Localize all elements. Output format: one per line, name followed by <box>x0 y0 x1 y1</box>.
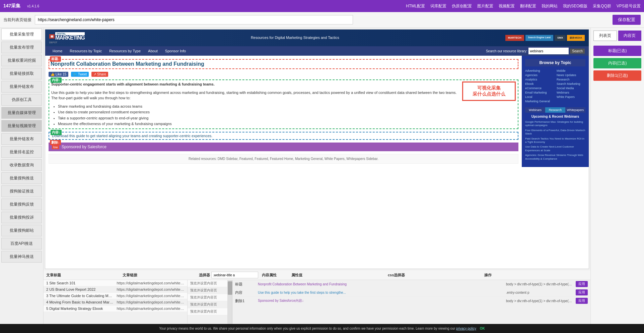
sidebar-item-sogou-mail[interactable]: 批量搜狗邮站 <box>1 225 42 236</box>
url-bar-container: 当前列表页链接 保存配置 <box>0 12 644 28</box>
save-config-button[interactable]: 保存配置 <box>613 15 641 25</box>
row-link-1: https://digitalmarketingdepot.com/whitep… <box>117 281 185 285</box>
site-nav-sponsor[interactable]: Sponsor Info <box>162 48 189 54</box>
apply-btn-0[interactable]: 应用 <box>576 281 588 287</box>
privacy-text: Your privacy means the world to us. We s… <box>159 327 455 330</box>
apply-btn-1[interactable]: 应用 <box>576 289 588 295</box>
topic-advertising[interactable]: Advertising <box>525 69 554 72</box>
preview-link-3[interactable]: 预览并设置内容页 <box>190 295 217 300</box>
nav-my-site[interactable]: 我的网站 <box>542 3 558 9</box>
sidebar-item-weight-mine[interactable]: 批量权重词挖掘 <box>1 55 42 66</box>
content-selected-button[interactable]: 内容(已选) <box>593 58 641 68</box>
privacy-policy-link[interactable]: privacy policy <box>456 327 476 330</box>
webinar-link-4[interactable]: Agencies: Grow Revenue Streams Through W… <box>525 154 585 161</box>
sidebar-item-batch-collect[interactable]: 批量采集管理 <box>1 29 42 40</box>
visual-collect-line2: 采什么点选什么 <box>466 91 512 97</box>
browse-topic-title: Browse by Topic <box>525 59 585 66</box>
topic-news-updates[interactable]: News Updates <box>557 73 585 77</box>
attr-row-0: 标题 Nonprofit Collaboration Between Marke… <box>232 280 590 288</box>
preview-row-2: 预览并设置内容页 <box>188 287 227 294</box>
th-article-link: 文章链接 <box>123 273 196 278</box>
nav-translate-config[interactable]: 翻译配置 <box>520 3 536 9</box>
topic-search-marketing[interactable]: Search Marketing <box>557 82 585 86</box>
row-title-4: 4 Moving From Basic to Advanced Marketin… <box>46 300 114 304</box>
topic-marketing-general[interactable]: Marketing General <box>525 100 554 103</box>
preview-link-1[interactable]: 预览并设置内容页 <box>190 281 217 286</box>
delete-selected-button[interactable]: 删除1(已选) <box>593 70 641 81</box>
preview-link-2[interactable]: 预览并设置内容页 <box>190 288 217 293</box>
list-page-button[interactable]: 列表页 <box>593 31 617 41</box>
webinar-link-0[interactable]: Google Performance Max: Strategies for b… <box>525 120 585 127</box>
site-nav-search-button[interactable]: Search <box>570 49 585 54</box>
content-page-button[interactable]: 内容页 <box>618 31 642 41</box>
visual-collect-box: 可视化采集 采什么点选什么 <box>462 81 516 101</box>
sidebar-item-data-query[interactable]: 收录数据查询 <box>1 159 42 171</box>
site-nav-resources-type[interactable]: Resources by Type <box>106 48 144 54</box>
site-sidebar: Browse by Topic Advertising Agencies Ana… <box>522 56 589 167</box>
site-nav-home[interactable]: Home <box>49 48 66 54</box>
nav-image-config[interactable]: 图片配置 <box>477 3 493 9</box>
sidebar-item-sogou-verify[interactable]: 搜狗验证推送 <box>1 185 42 197</box>
site-nav-resources-topic[interactable]: Resources by Topic <box>66 48 105 54</box>
upcoming-title: Upcoming & Recent Webinars <box>525 115 585 118</box>
right-panel-page-btns: 列表页 内容页 <box>593 31 641 41</box>
topic-research[interactable]: Research <box>557 78 585 81</box>
topic-email-marketing[interactable]: Email Marketing <box>525 91 554 94</box>
share-button[interactable]: ↗ Share <box>91 72 108 77</box>
nav-pseudo-config[interactable]: 伪原创配置 <box>452 3 472 9</box>
topic-local[interactable]: Local <box>525 95 554 99</box>
nav-word-config[interactable]: 词库配置 <box>430 3 446 9</box>
app-brand: 147采集 <box>3 3 20 9</box>
top-nav-links: HTML配置 词库配置 伪原创配置 图片配置 视频配置 翻译配置 我的网站 我的… <box>406 3 641 9</box>
nav-html-config[interactable]: HTML配置 <box>406 3 425 9</box>
topic-webinars[interactable]: Webinars <box>557 91 585 94</box>
sidebar-item-sogou-feedback[interactable]: 批量搜狗反馈 <box>1 199 42 210</box>
sidebar-item-link-fetch[interactable]: 批量链接抓取 <box>1 68 42 79</box>
table-row: 4 Moving From Basic to Advanced Marketin… <box>44 299 187 306</box>
low-badge: low <box>52 145 59 149</box>
sidebar-item-external-link[interactable]: 批量外链发布 <box>1 81 42 93</box>
webinar-link-2[interactable]: Paid Search Tactics You Need to Maximize… <box>525 137 585 144</box>
selector-input[interactable] <box>211 272 258 278</box>
privacy-ok-button[interactable]: OK <box>480 327 485 330</box>
nav-qq-group[interactable]: 采集QQ群 <box>593 3 611 9</box>
topic-agencies[interactable]: Agencies <box>525 73 554 77</box>
nav-seo-template[interactable]: 我的SEO模版 <box>563 3 587 9</box>
webinar-link-1[interactable]: Four Elements of a Powerful, Data-Driven… <box>525 129 585 136</box>
topic-analytics[interactable]: Analytics <box>525 78 554 81</box>
url-input[interactable] <box>35 15 353 24</box>
tweet-button[interactable]: 🐦 Tweet <box>71 72 89 77</box>
apply-btn-2[interactable]: 应用 <box>576 298 588 304</box>
sidebar-item-pseudo-tool[interactable]: 伪原创工具 <box>1 94 42 106</box>
related-text: Related resources: DMD Sidebar, Featured… <box>189 157 378 161</box>
sidebar-item-external-link2[interactable]: 批量外链发布 <box>1 133 42 145</box>
site-nav-about[interactable]: About <box>145 48 161 54</box>
topic-mobile[interactable]: Mobile <box>557 69 585 72</box>
attr-label-0: 标题 <box>235 282 255 287</box>
sidebar-item-batch-publish[interactable]: 批量发布管理 <box>1 42 42 53</box>
topic-white-papers[interactable]: White Papers <box>557 95 585 99</box>
tab-whitepapers[interactable]: Whitepapers <box>565 107 585 113</box>
sidebar-item-media-manage[interactable]: 批量自媒体管理 <box>1 107 42 119</box>
sidebar-item-sogou-complaint[interactable]: 批量搜狗投诉 <box>1 212 42 223</box>
topic-ebook[interactable]: Ebook <box>525 82 554 86</box>
topic-social-media[interactable]: Social Media <box>557 87 585 90</box>
preview-link-5[interactable]: 预览并设置内容页 <box>190 309 217 314</box>
row-link-4: https://digitalmarketingdepot.com/whitep… <box>117 300 185 304</box>
preview-link-4[interactable]: 预览并设置内容页 <box>190 302 217 307</box>
topic-columns: Advertising Agencies Analytics Ebook eCo… <box>525 69 585 104</box>
title-selected-button[interactable]: 标题(已选) <box>593 46 641 56</box>
sidebar-item-rank-monitor[interactable]: 批量排名监控 <box>1 146 42 158</box>
fb-like-button[interactable]: 👍 Like 15 <box>49 72 68 77</box>
sidebar-item-sogou-push[interactable]: 批量搜狗推送 <box>1 172 42 184</box>
nav-vps-setting[interactable]: VPS搭号设置 <box>617 3 641 9</box>
tab-research[interactable]: Research <box>545 107 565 113</box>
sidebar-item-video-manage[interactable]: 批量短视频管理 <box>1 120 42 132</box>
webinar-link-3[interactable]: Use Data to Create Next-Level Customer E… <box>525 145 585 152</box>
sidebar-item-baidu-api[interactable]: 百度API推送 <box>1 238 42 249</box>
tab-webinars[interactable]: Webinars <box>525 107 545 113</box>
site-nav-search-input[interactable] <box>528 48 569 54</box>
sidebar-item-shenma-push[interactable]: 批量神马推送 <box>1 251 42 263</box>
topic-ecommerce[interactable]: eCommerce <box>525 87 554 90</box>
nav-video-config[interactable]: 视频配置 <box>499 3 515 9</box>
